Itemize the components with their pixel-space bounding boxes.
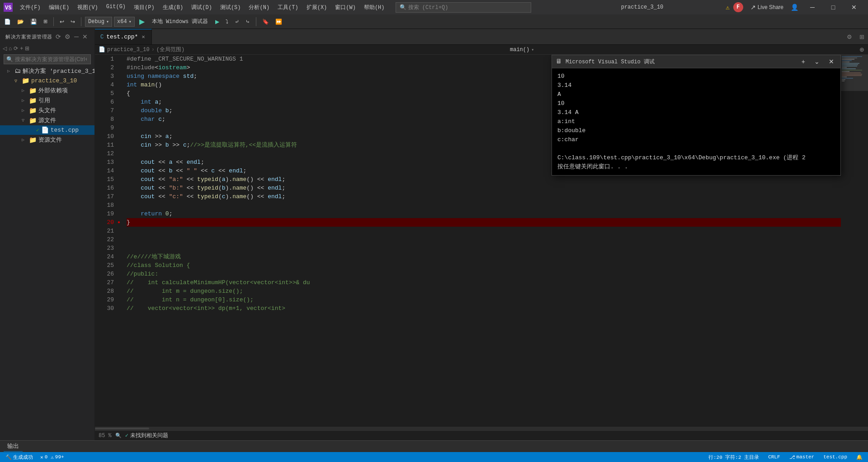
menu-window[interactable]: 窗口(W)	[331, 2, 359, 13]
debug-close-button[interactable]: ✕	[826, 57, 837, 66]
no-issues-indicator: ✓ 未找到相关问题	[125, 432, 168, 439]
sidebar-item-test-cpp[interactable]: ▷ ✓ 📄 test.cpp	[0, 125, 94, 135]
output-tab[interactable]: 输出	[4, 441, 23, 452]
breadcrumb-project[interactable]: practice_3_10	[107, 47, 150, 53]
sidebar-item-headers[interactable]: ▷ 📁 头文件	[0, 105, 94, 115]
filename-status[interactable]: test.cpp	[821, 454, 849, 460]
search-icon: 🔍	[6, 56, 13, 63]
arch-dropdown-arrow-icon: ▾	[129, 19, 132, 24]
step-into-button[interactable]: ⤶	[232, 17, 241, 26]
menu-edit[interactable]: 编辑(E)	[45, 2, 73, 13]
search-label[interactable]: 搜索 (Ctrl+Q)	[408, 4, 448, 11]
menu-file[interactable]: 文件(F)	[16, 2, 44, 13]
arch-dropdown[interactable]: x64 ▾	[114, 17, 135, 27]
close-sidebar-button[interactable]: ✕	[81, 33, 89, 41]
continue-button[interactable]: ▶	[213, 17, 222, 26]
run-label[interactable]: 本地 Windows 调试器	[149, 17, 211, 26]
menu-build[interactable]: 生成(B)	[159, 2, 187, 13]
code-editor[interactable]: 123 456 789 101112 131415 161718 192021 …	[95, 55, 868, 427]
tab-close-icon[interactable]: ✕	[141, 33, 146, 41]
run-button[interactable]: ▶	[137, 16, 147, 27]
menu-git[interactable]: Git(G)	[103, 2, 129, 13]
debug-icon: 🖥	[556, 58, 562, 65]
git-icon: ⎇	[789, 454, 795, 460]
menu-project[interactable]: 项目(P)	[130, 2, 158, 13]
folder-icon: 📁	[29, 87, 37, 95]
minimize-button[interactable]: ─	[802, 0, 823, 14]
sidebar-item-sources[interactable]: ▽ 📁 源文件	[0, 115, 94, 125]
back-button[interactable]: ◁	[3, 45, 7, 52]
encoding-indicator[interactable]: CRLF	[766, 454, 782, 460]
build-icon: 🔨	[5, 454, 12, 460]
project-root[interactable]: ▽ 📁 practice_3_10	[0, 76, 94, 86]
error-count: 0	[45, 454, 48, 460]
tab-settings-button[interactable]: ⚙	[843, 32, 856, 42]
errors-status[interactable]: ✕ 0 ⚠ 99+	[38, 454, 66, 460]
close-button[interactable]: ✕	[844, 0, 864, 14]
step-out-button[interactable]: ⤷	[243, 17, 252, 26]
menu-analyze[interactable]: 分析(N)	[245, 2, 273, 13]
headers-icon: 📁	[29, 107, 37, 114]
build-status[interactable]: 🔨 生成成功	[4, 454, 35, 461]
scrollbar-thumb[interactable]	[95, 428, 149, 429]
breadcrumb-expand-button[interactable]: ⊕	[859, 46, 864, 53]
sidebar-item-refs[interactable]: ▷ 📁 引用	[0, 95, 94, 105]
position-label: 行:20 字符:2 主目录	[708, 454, 759, 461]
add-item-button[interactable]: +	[20, 45, 23, 52]
step-over-button[interactable]: ⤵	[223, 17, 231, 26]
debug-output-line-8: c:char	[557, 135, 835, 144]
code-line-26: //public:	[127, 270, 841, 278]
code-line-18	[127, 201, 841, 210]
zoom-level[interactable]: 85 %	[99, 433, 112, 439]
menu-test[interactable]: 测试(S)	[217, 2, 245, 13]
save-button[interactable]: 💾	[28, 17, 39, 26]
collapse-button[interactable]: ─	[73, 33, 80, 41]
status-right: 行:20 字符:2 主目录 CRLF ⎇ master test.cpp 🔔	[707, 454, 864, 461]
breadcrumb-scope[interactable]: (全局范围)	[156, 46, 184, 53]
sidebar-item-resources[interactable]: ▷ 📁 资源文件	[0, 135, 94, 145]
notifications[interactable]: 🔔	[854, 454, 864, 460]
redo-button[interactable]: ↪	[68, 17, 77, 26]
debug-mode-dropdown[interactable]: Debug ▾	[85, 17, 112, 27]
home-button[interactable]: ⌂	[9, 45, 12, 52]
solution-root[interactable]: ▷ 🗂 解决方案 'practice_3_10' (1 个	[0, 66, 94, 76]
tab-test-cpp[interactable]: C test.cpp* ✕	[95, 29, 152, 45]
bookmark-button[interactable]: 🔖	[260, 17, 271, 26]
maximize-button[interactable]: □	[823, 0, 844, 14]
save-all-button[interactable]: ⊞	[41, 17, 50, 26]
forward-button[interactable]: ⏩	[273, 17, 284, 26]
filter-button[interactable]: ⊞	[25, 45, 29, 52]
warning-count: 99+	[55, 454, 64, 460]
toolbar: 📄 📂 💾 ⊞ ↩ ↪ Debug ▾ x64 ▾ ▶ 本地 Windows 调…	[0, 14, 868, 29]
sidebar-item-external-deps[interactable]: ▷ 📁 外部依赖项	[0, 86, 94, 95]
git-branch[interactable]: ⎇ master	[788, 454, 816, 460]
debug-more-button[interactable]: ⌄	[811, 57, 822, 66]
undo-button[interactable]: ↩	[57, 17, 66, 26]
new-file-button[interactable]: 📄	[2, 17, 13, 26]
cursor-position[interactable]: 行:20 字符:2 主目录	[707, 454, 761, 461]
refs-icon: 📁	[29, 97, 37, 105]
menu-extend[interactable]: 扩展(X)	[303, 2, 331, 13]
debug-output-line-4: 10	[557, 99, 835, 108]
encoding-label: CRLF	[768, 454, 780, 460]
user-icon: 👤	[791, 4, 798, 11]
breadcrumb-func[interactable]: main()	[510, 47, 529, 53]
search-input[interactable]	[4, 54, 91, 64]
code-line-23	[127, 244, 841, 252]
status-left: 🔨 生成成功 ✕ 0 ⚠ 99+	[4, 454, 66, 461]
menu-debug[interactable]: 调试(D)	[188, 2, 216, 13]
svg-text:VS: VS	[5, 5, 11, 11]
open-button[interactable]: 📂	[15, 17, 26, 26]
debug-mode-label: Debug	[88, 19, 104, 25]
menu-view[interactable]: 视图(V)	[74, 2, 102, 13]
debug-add-button[interactable]: +	[799, 57, 808, 66]
sync-button[interactable]: ⟳	[54, 33, 62, 41]
split-editor-button[interactable]: ⊞	[856, 32, 868, 42]
horizontal-scrollbar[interactable]	[95, 427, 868, 430]
live-share-button[interactable]: ↗ Live Share	[747, 2, 787, 13]
sidebar-settings-button[interactable]: ⚙	[63, 33, 72, 41]
menu-tools[interactable]: 工具(T)	[274, 2, 302, 13]
title-actions: ⚠ F ↗ Live Share 👤	[726, 2, 798, 13]
menu-help[interactable]: 帮助(H)	[360, 2, 388, 13]
refresh-button[interactable]: ⟳	[14, 45, 18, 52]
